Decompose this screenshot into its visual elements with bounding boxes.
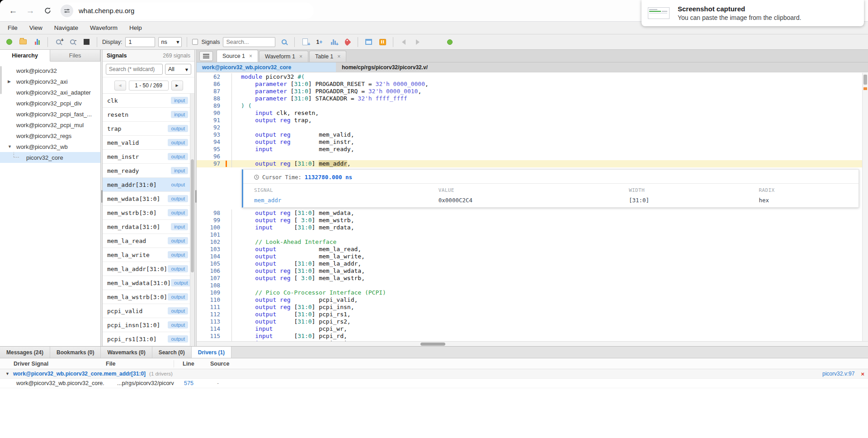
signal-search-input[interactable] bbox=[106, 64, 163, 75]
pager-prev-button[interactable]: ◄ bbox=[114, 81, 126, 90]
menu-navigate[interactable]: Navigate bbox=[48, 23, 84, 33]
signal-row[interactable]: mem_la_wdata[31:0]output bbox=[103, 276, 194, 290]
open-folder-icon[interactable] bbox=[18, 37, 28, 48]
tab-source-1[interactable]: Source 1× bbox=[217, 50, 258, 62]
code-line[interactable]: 105 output [31:0] mem_la_addr, bbox=[197, 260, 868, 267]
signal-row[interactable]: pcpi_validoutput bbox=[103, 304, 194, 318]
chevron-expanded-icon[interactable]: ▼ bbox=[5, 371, 9, 376]
code-line[interactable]: 112 output [31:0] pcpi_rs1, bbox=[197, 311, 868, 318]
zoom-in-icon[interactable]: + bbox=[53, 37, 64, 48]
tree-item[interactable]: work@picorv32_axi_adapter bbox=[0, 87, 100, 98]
bottom-tab-wavemarks[interactable]: Wavemarks (0) bbox=[101, 347, 152, 358]
chevron-expanded-icon[interactable]: ▼ bbox=[8, 144, 12, 149]
bottom-tab-search[interactable]: Search (0) bbox=[152, 347, 192, 358]
breadcrumb-scope[interactable]: work@picorv32_wb.picorv32_core bbox=[197, 62, 336, 72]
run-status-icon[interactable] bbox=[4, 37, 14, 48]
signal-row[interactable]: trapoutput bbox=[103, 122, 194, 136]
code-line[interactable]: 106 output reg [31:0] mem_la_wdata, bbox=[197, 267, 868, 275]
display-value-input[interactable] bbox=[125, 37, 155, 47]
tab-waveform-1[interactable]: Waveform 1× bbox=[259, 51, 308, 62]
tree-item[interactable]: work@picorv32_pcpi_div bbox=[0, 98, 100, 109]
code-line[interactable]: 62module picorv32 #( bbox=[197, 73, 868, 81]
code-line[interactable]: 100 input [31:0] mem_rdata, bbox=[197, 224, 868, 231]
new-window-icon[interactable] bbox=[363, 37, 374, 48]
driver-source-link[interactable]: picorv32.v:97 bbox=[822, 371, 854, 377]
menu-view[interactable]: View bbox=[24, 23, 48, 33]
popup-signal-link[interactable]: mem_addr bbox=[254, 194, 439, 204]
code-line[interactable]: 95 input mem_ready, bbox=[197, 146, 868, 153]
address-bar[interactable]: what.chenp.eu.org bbox=[61, 3, 314, 19]
signal-row[interactable]: mem_readyinput bbox=[103, 164, 194, 178]
add-source-tab-icon[interactable]: + bbox=[300, 37, 311, 48]
menu-waveform[interactable]: Waveform bbox=[84, 23, 123, 33]
code-vertical-scrollbar[interactable] bbox=[862, 73, 868, 341]
signal-row[interactable]: mem_rdata[31:0]input bbox=[103, 220, 194, 234]
driver-group-signal[interactable]: work@picorv32_wb.picorv32_core.mem_addr[… bbox=[13, 371, 146, 377]
menu-help[interactable]: Help bbox=[123, 23, 148, 33]
driver-line-cell[interactable]: 575 bbox=[174, 380, 209, 386]
signal-row[interactable]: mem_wstrb[3:0]output bbox=[103, 206, 194, 220]
tree-item[interactable]: work@picorv32_pcpi_fast_... bbox=[0, 109, 100, 119]
signal-filter-select[interactable]: All▾ bbox=[165, 64, 191, 75]
bottom-tab-drivers[interactable]: Drivers (1) bbox=[192, 347, 231, 358]
signal-row[interactable]: mem_validoutput bbox=[103, 136, 194, 150]
add-waveform-icon[interactable]: + bbox=[328, 37, 339, 48]
tag-icon[interactable] bbox=[342, 37, 353, 48]
signal-row[interactable]: clkinput bbox=[103, 94, 194, 108]
code-line[interactable]: 89) ( bbox=[197, 102, 868, 110]
code-line[interactable]: 97 output reg [31:0] mem_addr, bbox=[197, 160, 868, 167]
close-icon[interactable]: × bbox=[299, 53, 302, 60]
bottom-tab-bookmarks[interactable]: Bookmarks (0) bbox=[50, 347, 101, 358]
signal-row[interactable]: mem_wdata[31:0]output bbox=[103, 192, 194, 206]
signal-row[interactable]: mem_addr[31:0]output bbox=[103, 178, 194, 192]
code-horizontal-scrollbar[interactable] bbox=[197, 341, 868, 346]
add-single-signal-icon[interactable]: 1+ bbox=[314, 37, 325, 48]
time-unit-select[interactable]: ns▾ bbox=[158, 37, 182, 47]
toolbar-search-input[interactable] bbox=[223, 37, 275, 47]
signal-row[interactable]: mem_la_readoutput bbox=[103, 234, 194, 248]
tab-hierarchy[interactable]: Hierarchy bbox=[0, 50, 50, 62]
code-editor[interactable]: 62module picorv32 #(86 parameter [31:0] … bbox=[197, 72, 868, 341]
code-line[interactable]: 108 bbox=[197, 282, 868, 289]
tree-item[interactable]: ▶work@picorv32_axi bbox=[0, 76, 100, 87]
breadcrumb-path[interactable]: home/cp/rgs/picorv32/picorv32.v/ bbox=[336, 62, 868, 72]
code-line[interactable]: 111 output reg [31:0] pcpi_insn, bbox=[197, 304, 868, 311]
tree-item[interactable]: ▼work@picorv32_wb bbox=[0, 141, 100, 152]
code-line[interactable]: 93 output reg mem_valid, bbox=[197, 131, 868, 138]
tree-item[interactable]: work@picorv32_pcpi_mul bbox=[0, 119, 100, 130]
history-forward-icon[interactable] bbox=[412, 37, 423, 48]
code-line[interactable]: 104 output mem_la_write, bbox=[197, 253, 868, 260]
browser-reload-icon[interactable] bbox=[41, 4, 54, 18]
pager-next-button[interactable]: ► bbox=[171, 81, 183, 90]
tab-files[interactable]: Files bbox=[50, 50, 100, 61]
code-line[interactable]: 107 output reg [ 3:0] mem_la_wstrb, bbox=[197, 275, 868, 282]
waveform-chart-icon[interactable] bbox=[32, 37, 42, 48]
bottom-tab-messages[interactable]: Messages (24) bbox=[0, 347, 50, 358]
site-info-icon[interactable] bbox=[61, 5, 73, 17]
search-go-icon[interactable] bbox=[278, 37, 289, 48]
tree-item[interactable]: work@picorv32 bbox=[0, 65, 100, 76]
close-icon[interactable]: × bbox=[249, 53, 252, 59]
code-line[interactable]: 98 output reg [31:0] mem_wdata, bbox=[197, 209, 868, 217]
tab-menu-icon[interactable] bbox=[199, 51, 213, 61]
signal-row[interactable]: mem_la_wstrb[3:0]output bbox=[103, 290, 194, 304]
code-line[interactable]: 109 // Pico Co-Processor Interface (PCPI… bbox=[197, 289, 868, 296]
browser-forward-icon[interactable]: → bbox=[24, 4, 37, 18]
signals-checkbox[interactable] bbox=[192, 39, 198, 45]
code-line[interactable]: 115 input [31:0] pcpi_rd, bbox=[197, 333, 868, 340]
code-line[interactable]: 88 parameter [31:0] STACKADDR = 32'h fff… bbox=[197, 95, 868, 102]
signal-row[interactable]: mem_instroutput bbox=[103, 150, 194, 164]
driver-row[interactable]: work@picorv32_wb.picorv32_core.m... ...p… bbox=[0, 379, 868, 388]
menu-file[interactable]: File bbox=[2, 23, 24, 33]
code-line[interactable]: 92 bbox=[197, 124, 868, 131]
browser-back-icon[interactable]: ← bbox=[6, 4, 20, 18]
chevron-collapsed-icon[interactable]: ▶ bbox=[8, 79, 11, 84]
close-icon[interactable]: × bbox=[337, 53, 340, 60]
code-line[interactable]: 94 output reg mem_instr, bbox=[197, 138, 868, 146]
code-line[interactable]: 101 bbox=[197, 231, 868, 238]
code-line[interactable]: 113 output [31:0] pcpi_rs2, bbox=[197, 318, 868, 325]
code-line[interactable]: 91 output reg trap, bbox=[197, 117, 868, 124]
signal-row[interactable]: mem_la_addr[31:0]output bbox=[103, 262, 194, 276]
hierarchy-scrollbar[interactable] bbox=[0, 66, 2, 94]
signal-row[interactable]: mem_la_writeoutput bbox=[103, 248, 194, 262]
